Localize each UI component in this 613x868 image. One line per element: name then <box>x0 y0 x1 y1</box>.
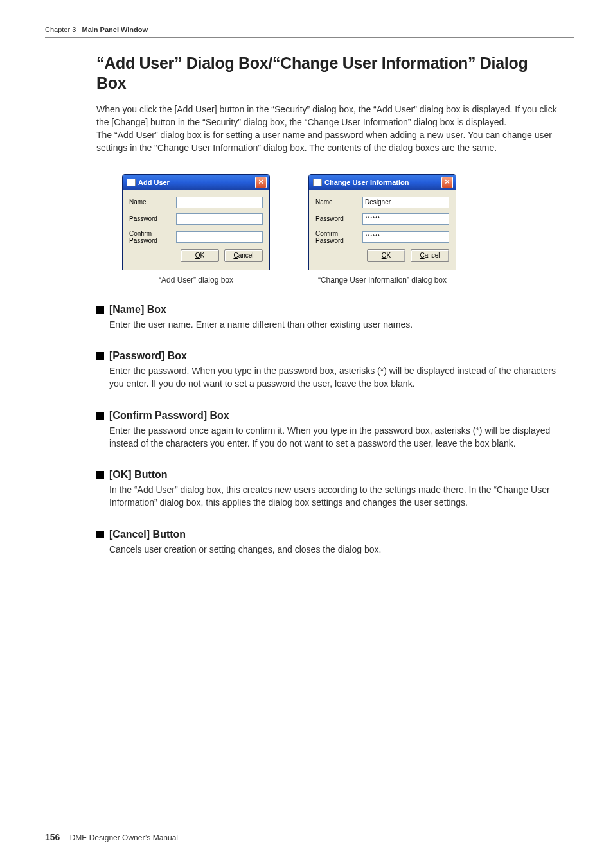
cancel-button[interactable]: Cancel <box>411 249 449 262</box>
section-body: In the “Add User” dialog box, this creat… <box>109 483 562 509</box>
section-title: [Name] Box <box>109 304 166 315</box>
change-user-titlebar: Change User Information × <box>309 175 456 190</box>
section-title: [OK] Button <box>109 469 168 481</box>
password-field[interactable] <box>362 213 449 225</box>
add-user-title: Add User <box>138 179 170 186</box>
chapter-title: Main Panel Window <box>82 26 148 33</box>
app-icon <box>313 179 322 186</box>
ok-button[interactable]: OK <box>367 249 405 262</box>
app-icon <box>127 179 136 186</box>
bullet-square-icon <box>96 471 104 479</box>
section-title: [Confirm Password] Box <box>109 410 229 421</box>
ok-button[interactable]: OK <box>181 249 219 262</box>
name-field[interactable] <box>176 197 263 208</box>
section-body: Enter the password once again to confirm… <box>109 424 562 450</box>
section-body: Cancels user creation or setting changes… <box>109 543 562 556</box>
chapter-prefix: Chapter 3 <box>45 26 76 33</box>
section-title: [Password] Box <box>109 350 187 362</box>
change-user-dialog: Change User Information × Name Password <box>308 174 456 270</box>
section-cancel-button: [Cancel] Button Cancels user creation or… <box>96 529 562 556</box>
change-user-title: Change User Information <box>324 179 409 186</box>
add-user-titlebar: Add User × <box>123 175 269 190</box>
cancel-button[interactable]: Cancel <box>224 249 263 262</box>
name-label: Name <box>129 199 176 206</box>
change-user-dialog-figure: Change User Information × Name Password <box>308 174 456 285</box>
section-body: Enter the password. When you type in the… <box>109 364 562 391</box>
password-field[interactable] <box>176 213 263 225</box>
page-title: “Add User” Dialog Box/“Change User Infor… <box>96 53 562 94</box>
section-password-box: [Password] Box Enter the password. When … <box>96 350 562 391</box>
manual-title: DME Designer Owner’s Manual <box>70 833 178 842</box>
page-number: 156 <box>45 832 60 842</box>
change-user-caption: “Change User Information” dialog box <box>308 276 456 285</box>
page-header: Chapter 3 Main Panel Window <box>45 26 574 38</box>
confirm-password-label: Confirm Password <box>315 230 362 244</box>
add-user-dialog-figure: Add User × Name Password <box>122 174 270 285</box>
intro-paragraph-1: When you click the [Add User] button in … <box>96 103 562 129</box>
section-body: Enter the user name. Enter a name differ… <box>109 318 562 331</box>
section-confirm-password-box: [Confirm Password] Box Enter the passwor… <box>96 410 562 450</box>
confirm-password-label: Confirm Password <box>129 230 176 244</box>
bullet-square-icon <box>96 352 104 360</box>
section-name-box: [Name] Box Enter the user name. Enter a … <box>96 304 562 331</box>
dialog-figures-row: Add User × Name Password <box>122 174 562 285</box>
section-ok-button: [OK] Button In the “Add User” dialog box… <box>96 469 562 509</box>
intro-paragraph-2: The “Add User” dialog box is for setting… <box>96 128 562 155</box>
close-icon[interactable]: × <box>255 177 267 188</box>
close-icon[interactable]: × <box>441 177 453 188</box>
add-user-dialog: Add User × Name Password <box>122 174 270 270</box>
name-label: Name <box>315 199 362 206</box>
page-footer: 156 DME Designer Owner’s Manual <box>45 832 178 842</box>
confirm-password-field[interactable] <box>362 231 449 243</box>
bullet-square-icon <box>96 412 104 420</box>
bullet-square-icon <box>96 531 104 538</box>
password-label: Password <box>315 215 362 222</box>
name-field[interactable] <box>362 197 449 208</box>
confirm-password-field[interactable] <box>176 231 263 243</box>
add-user-caption: “Add User” dialog box <box>122 276 270 285</box>
section-title: [Cancel] Button <box>109 529 186 540</box>
bullet-square-icon <box>96 306 104 314</box>
password-label: Password <box>129 215 176 222</box>
